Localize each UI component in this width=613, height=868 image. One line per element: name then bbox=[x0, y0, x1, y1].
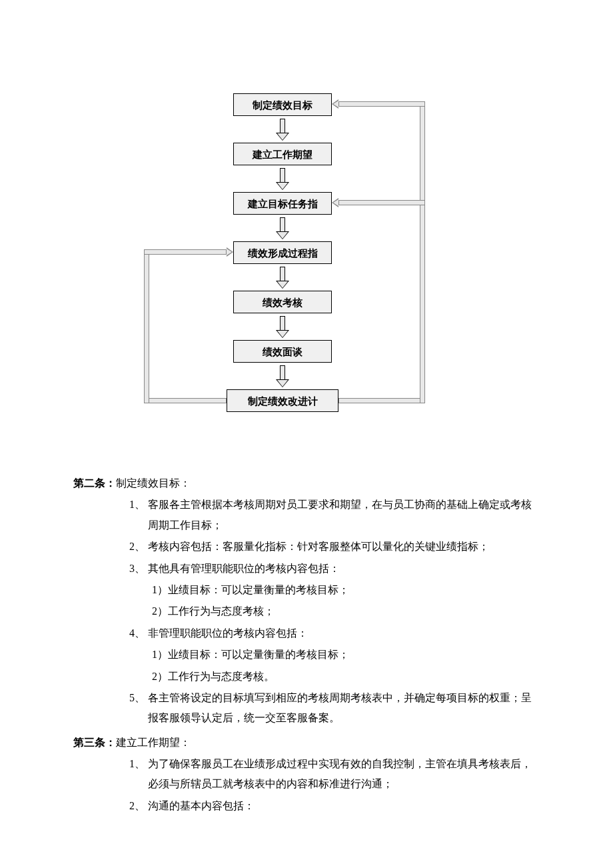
sub-list-item: 2）工作行为与态度考核； bbox=[73, 601, 540, 621]
item-number: 5、 bbox=[129, 688, 148, 729]
feedback-line bbox=[338, 101, 425, 107]
item-number: 2、 bbox=[129, 796, 148, 816]
clause-title: 制定绩效目标： bbox=[116, 477, 191, 489]
clause: 第三条：建立工作期望： bbox=[73, 733, 540, 753]
flow-node: 制定绩效目标 bbox=[233, 93, 332, 116]
list-item: 1、客服各主管根据本考核周期对员工要求和期望，在与员工协商的基础上确定或考核周期… bbox=[73, 495, 540, 535]
list-item: 5、各主管将设定的目标填写到相应的考核周期考核表中，并确定每项目标的权重；呈报客… bbox=[73, 688, 540, 729]
arrow-left-icon bbox=[332, 99, 338, 109]
item-text: 各主管将设定的目标填写到相应的考核周期考核表中，并确定每项目标的权重；呈报客服领… bbox=[148, 688, 540, 729]
item-number: 2、 bbox=[129, 537, 148, 557]
flow-node: 建立目标任务指 bbox=[233, 192, 332, 215]
item-number: 1、 bbox=[129, 754, 148, 795]
flow-node: 绩效面谈 bbox=[233, 340, 332, 363]
item-text: 为了确保客服员工在业绩形成过程中实现有效的自我控制，主管在填具考核表后，必须与所… bbox=[148, 754, 540, 795]
document-body: 第二条：制定绩效目标： 1、客服各主管根据本考核周期对员工要求和期望，在与员工协… bbox=[73, 473, 540, 816]
feedback-line bbox=[420, 101, 425, 403]
item-number: 1、 bbox=[129, 495, 148, 535]
feedback-line bbox=[144, 249, 227, 255]
feedback-line bbox=[338, 398, 425, 403]
item-text: 沟通的基本内容包括： bbox=[148, 796, 255, 816]
feedback-line bbox=[338, 200, 425, 205]
item-number: 4、 bbox=[129, 623, 148, 643]
arrow-down-icon bbox=[277, 117, 288, 140]
item-text: 客服各主管根据本考核周期对员工要求和期望，在与员工协商的基础上确定或考核周期工作… bbox=[148, 495, 540, 535]
clause: 第二条：制定绩效目标： bbox=[73, 473, 540, 493]
flow-node: 制定绩效改进计 bbox=[227, 389, 338, 412]
clause-title: 建立工作期望： bbox=[116, 737, 191, 748]
list-item: 2、沟通的基本内容包括： bbox=[73, 796, 540, 816]
arrow-down-icon bbox=[277, 167, 288, 189]
sub-list-item: 1）业绩目标：可以定量衡量的考核目标； bbox=[73, 645, 540, 665]
list-item: 2、考核内容包括：客服量化指标：针对客服整体可以量化的关键业绩指标； bbox=[73, 537, 540, 557]
feedback-line bbox=[144, 398, 227, 403]
item-text: 其他具有管理职能职位的考核内容包括： bbox=[148, 559, 340, 579]
list-item: 4、非管理职能职位的考核内容包括： bbox=[73, 623, 540, 643]
flow-node: 建立工作期望 bbox=[233, 143, 332, 165]
clause-label: 第三条： bbox=[73, 737, 116, 748]
arrow-down-icon bbox=[277, 265, 288, 288]
arrow-down-icon bbox=[277, 315, 288, 337]
flowchart: 制定绩效目标 建立工作期望 建立目标任务指 绩效形成过程指 绩效考核 绩效面谈 … bbox=[73, 93, 540, 447]
sub-list-item: 2）工作行为与态度考核。 bbox=[73, 667, 540, 687]
arrow-left-icon bbox=[332, 198, 338, 207]
feedback-line bbox=[144, 249, 149, 403]
flow-node: 绩效形成过程指 bbox=[233, 241, 332, 264]
arrow-right-icon bbox=[227, 247, 233, 257]
item-text: 考核内容包括：客服量化指标：针对客服整体可以量化的关键业绩指标； bbox=[148, 537, 489, 557]
item-text: 非管理职能职位的考核内容包括： bbox=[148, 623, 308, 643]
sub-list-item: 1）业绩目标：可以定量衡量的考核目标； bbox=[73, 580, 540, 600]
arrow-down-icon bbox=[277, 216, 288, 239]
item-number: 3、 bbox=[129, 559, 148, 579]
arrow-down-icon bbox=[277, 364, 288, 387]
list-item: 3、其他具有管理职能职位的考核内容包括： bbox=[73, 559, 540, 579]
flow-node: 绩效考核 bbox=[233, 291, 332, 313]
list-item: 1、为了确保客服员工在业绩形成过程中实现有效的自我控制，主管在填具考核表后，必须… bbox=[73, 754, 540, 795]
clause-label: 第二条： bbox=[73, 477, 116, 489]
